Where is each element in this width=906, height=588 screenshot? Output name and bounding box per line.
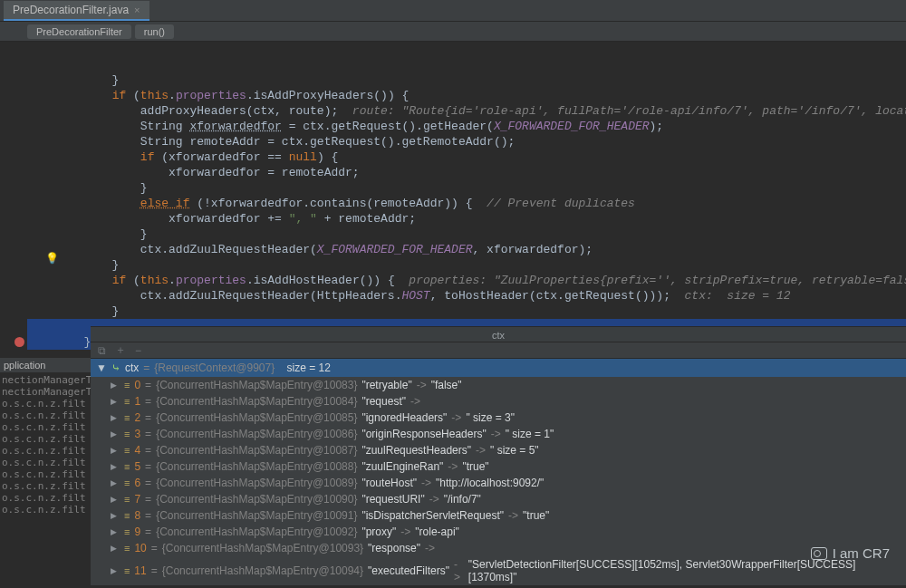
var-row[interactable]: ▶≡9 = {ConcurrentHashMap$MapEntry@10092}… — [91, 524, 906, 540]
var-type: {ConcurrentHashMap$MapEntry@10092} — [156, 525, 357, 538]
var-root-row[interactable]: ▼ ⤷ ctx = {RequestContext@9907} size = 1… — [91, 359, 906, 377]
var-value: " size = 1" — [506, 428, 554, 440]
var-row[interactable]: ▶≡5 = {ConcurrentHashMap$MapEntry@10088}… — [91, 458, 906, 475]
map-entry-icon: ≡ — [124, 412, 130, 423]
map-entry-icon: ≡ — [124, 380, 130, 390]
expand-icon[interactable]: ▶ — [111, 381, 120, 390]
var-value: "false" — [431, 379, 462, 391]
console-line: o.s.c.n.z.filt — [0, 433, 91, 445]
var-row[interactable]: ▶≡6 = {ConcurrentHashMap$MapEntry@10089}… — [91, 475, 906, 491]
code-editor[interactable]: 💡 } if (this.properties.isAddProxyHeader… — [0, 42, 906, 350]
watermark-text: I am CR7 — [833, 545, 890, 561]
variables-panel[interactable]: ▼ ⤷ ctx = {RequestContext@9907} size = 1… — [91, 359, 906, 585]
var-key: "executedFilters" — [368, 564, 449, 577]
var-type: {ConcurrentHashMap$MapEntry@10090} — [156, 493, 357, 506]
var-value: " size = 3" — [466, 411, 515, 424]
console-line: o.s.c.n.z.filt — [0, 457, 91, 468]
app-label[interactable]: pplication — [0, 358, 91, 372]
var-type: {ConcurrentHashMap$MapEntry@10083} — [156, 379, 357, 391]
breadcrumb-method[interactable]: run() — [135, 24, 174, 39]
console-line: o.s.c.n.z.filt — [0, 468, 91, 480]
expand-icon[interactable]: ▼ — [96, 361, 107, 374]
expand-icon[interactable]: ▶ — [111, 397, 120, 406]
var-type: {ConcurrentHashMap$MapEntry@10085} — [156, 411, 357, 424]
var-row[interactable]: ▶≡10 = {ConcurrentHashMap$MapEntry@10093… — [91, 540, 906, 556]
debug-header: ctx — [91, 326, 906, 342]
var-index: 5 — [134, 460, 140, 473]
var-index: 0 — [134, 379, 140, 391]
var-row[interactable]: ▶≡3 = {ConcurrentHashMap$MapEntry@10086}… — [91, 426, 906, 442]
var-type: {ConcurrentHashMap$MapEntry@10084} — [156, 395, 357, 408]
var-key: "zuulRequestHeaders" — [361, 444, 471, 457]
debug-panel: ctx ⧉ ＋ − ▼ ⤷ ctx = {RequestContext@9907… — [91, 326, 906, 588]
lightbulb-icon[interactable]: 💡 — [45, 252, 59, 267]
map-entry-icon: ≡ — [124, 526, 130, 537]
console-line: o.s.c.n.z.filt — [0, 445, 91, 457]
expand-icon[interactable]: ▶ — [111, 495, 120, 504]
expand-icon[interactable]: ▶ — [111, 446, 120, 455]
var-key: "retryable" — [361, 379, 411, 391]
var-value: "true" — [462, 460, 488, 473]
var-value: "role-api" — [415, 525, 459, 538]
console-line: o.s.c.n.z.filt — [0, 492, 91, 504]
var-value: "http://localhost:9092/" — [436, 477, 544, 489]
map-entry-icon: ≡ — [124, 429, 130, 439]
expand-icon[interactable]: ▶ — [111, 566, 120, 575]
map-entry-icon: ≡ — [124, 494, 130, 505]
add-icon[interactable]: ＋ — [115, 342, 126, 358]
var-type: {ConcurrentHashMap$MapEntry@10086} — [156, 428, 357, 440]
error-icon[interactable] — [14, 337, 24, 347]
var-index: 4 — [134, 444, 140, 457]
map-entry-icon: ≡ — [124, 477, 130, 488]
var-row[interactable]: ▶≡0 = {ConcurrentHashMap$MapEntry@10083}… — [91, 377, 906, 393]
close-icon[interactable]: × — [134, 5, 140, 15]
breadcrumb-class[interactable]: PreDecorationFilter — [27, 24, 131, 39]
var-row[interactable]: ▶≡4 = {ConcurrentHashMap$MapEntry@10087}… — [91, 442, 906, 458]
var-key: "originResponseHeaders" — [361, 428, 486, 440]
expand-icon[interactable]: ▶ — [111, 413, 120, 422]
remove-icon[interactable]: − — [135, 344, 141, 357]
var-index: 7 — [134, 493, 140, 506]
map-entry-icon: ≡ — [124, 396, 130, 407]
var-value: "/info/7" — [444, 493, 481, 506]
var-key: "request" — [361, 395, 406, 408]
expand-icon[interactable]: ▶ — [111, 478, 120, 487]
new-watch-icon[interactable]: ⧉ — [98, 344, 106, 357]
var-row[interactable]: ▶≡2 = {ConcurrentHashMap$MapEntry@10085}… — [91, 410, 906, 426]
var-index: 9 — [134, 525, 140, 538]
var-row[interactable]: ▶≡11 = {ConcurrentHashMap$MapEntry@10094… — [91, 556, 906, 585]
var-type: {ConcurrentHashMap$MapEntry@10093} — [162, 542, 363, 554]
var-type: {ConcurrentHashMap$MapEntry@10088} — [156, 460, 357, 473]
expand-icon[interactable]: ▶ — [111, 511, 120, 520]
var-index: 3 — [134, 428, 140, 440]
var-row[interactable]: ▶≡7 = {ConcurrentHashMap$MapEntry@10090}… — [91, 491, 906, 507]
var-key: "ignoredHeaders" — [361, 411, 447, 424]
watermark: I am CR7 — [811, 545, 890, 561]
var-row[interactable]: ▶≡8 = {ConcurrentHashMap$MapEntry@10091}… — [91, 507, 906, 524]
var-root-name: ctx — [125, 361, 139, 374]
breadcrumb-bar: PreDecorationFilter run() — [0, 22, 906, 42]
console-line: o.s.c.n.z.filt — [0, 480, 91, 492]
var-index: 11 — [134, 564, 146, 577]
map-entry-icon: ≡ — [124, 461, 130, 472]
expand-icon[interactable]: ▶ — [111, 544, 120, 553]
expand-icon[interactable]: ▶ — [111, 527, 120, 536]
console-line: o.s.c.n.z.filt — [0, 410, 91, 421]
var-type: {ConcurrentHashMap$MapEntry@10087} — [156, 444, 357, 457]
expand-icon[interactable]: ▶ — [111, 429, 120, 439]
expand-icon[interactable]: ▶ — [111, 462, 120, 471]
map-entry-icon: ≡ — [124, 565, 130, 576]
var-type: {ConcurrentHashMap$MapEntry@10091} — [156, 509, 357, 522]
var-index: 10 — [134, 542, 146, 554]
context-icon: ⤷ — [111, 361, 120, 374]
map-entry-icon: ≡ — [124, 445, 130, 456]
var-key: "proxy" — [361, 525, 396, 538]
var-row[interactable]: ▶≡1 = {ConcurrentHashMap$MapEntry@10084}… — [91, 393, 906, 410]
run-sidebar: pplication nectionManagerTnectionManager… — [0, 356, 91, 588]
var-key: "zuulEngineRan" — [361, 460, 443, 473]
map-entry-icon: ≡ — [124, 510, 130, 521]
var-index: 2 — [134, 411, 140, 424]
console-line: nectionManagerT — [0, 386, 91, 398]
map-entry-icon: ≡ — [124, 543, 130, 554]
file-tab[interactable]: PreDecorationFilter.java × — [4, 1, 149, 21]
